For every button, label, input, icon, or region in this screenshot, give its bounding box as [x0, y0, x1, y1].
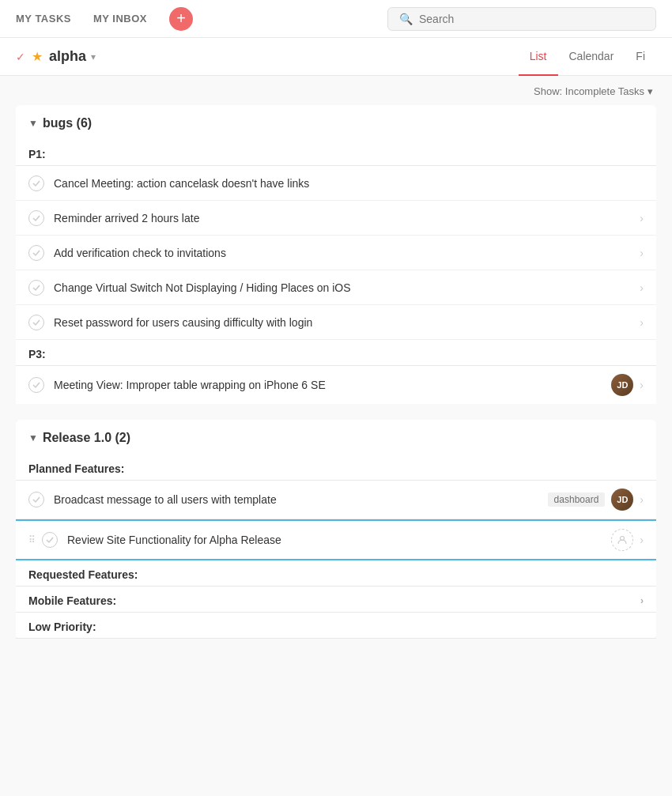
drag-handle-icon[interactable]: ⠿ — [28, 534, 36, 545]
task-row: Add verification check to invitations › — [16, 236, 656, 270]
task-row: Meeting View: Improper table wrapping on… — [16, 366, 656, 404]
filter-button[interactable]: Show: Incomplete Tasks ▾ — [534, 85, 653, 97]
project-tabs: List Calendar Fi — [519, 38, 656, 76]
project-caret-icon[interactable]: ▾ — [91, 51, 96, 62]
task-complete-button[interactable] — [28, 492, 44, 507]
tab-fi[interactable]: Fi — [625, 38, 656, 76]
task-meta: dashboard JD — [548, 489, 634, 511]
mobile-arrow-icon: › — [640, 595, 644, 606]
task-row: Reset password for users causing difficu… — [16, 305, 656, 340]
p1-subsection-header[interactable]: P1: — [16, 140, 656, 166]
task-meta: JD — [611, 374, 633, 396]
task-row: Broadcast message to all users with temp… — [16, 481, 656, 519]
main-content: Show: Incomplete Tasks ▾ ▼ bugs (6) P1: … — [0, 76, 672, 796]
task-row-highlighted: ⠿ Review Site Functionality for Alpha Re… — [16, 519, 656, 560]
my-tasks-link[interactable]: MY TASKS — [16, 13, 71, 25]
release-section-header[interactable]: ▼ Release 1.0 (2) — [16, 420, 656, 455]
search-box: 🔍 — [387, 7, 656, 31]
task-arrow-icon: › — [640, 379, 644, 391]
add-button[interactable]: + — [169, 7, 193, 31]
task-arrow-icon: › — [640, 534, 644, 546]
planned-subsection-header[interactable]: Planned Features: — [16, 455, 656, 481]
release-section-title: Release 1.0 (2) — [43, 431, 130, 445]
tab-list[interactable]: List — [519, 38, 558, 76]
bugs-section-title: bugs (6) — [43, 116, 92, 130]
task-row: Cancel Meeting: action cancelask doesn't… — [16, 166, 656, 201]
task-text: Reminder arrived 2 hours late — [54, 212, 633, 224]
requested-label: Requested Features: — [28, 568, 644, 581]
task-meta — [611, 529, 633, 551]
task-complete-button[interactable] — [28, 245, 44, 261]
project-header: ✓ ★ alpha ▾ List Calendar Fi — [0, 38, 672, 76]
task-arrow-icon: › — [640, 247, 644, 259]
tab-calendar[interactable]: Calendar — [558, 38, 625, 76]
task-text: Meeting View: Improper table wrapping on… — [54, 379, 605, 391]
avatar: JD — [611, 374, 633, 396]
project-name: alpha — [49, 48, 86, 65]
search-input[interactable] — [419, 13, 644, 25]
bugs-section-header[interactable]: ▼ bugs (6) — [16, 105, 656, 140]
filter-caret-icon: ▾ — [647, 85, 653, 97]
bugs-collapse-icon: ▼ — [28, 118, 38, 129]
avatar: JD — [611, 489, 633, 511]
p3-label: P3: — [28, 348, 644, 360]
task-complete-button[interactable] — [28, 377, 44, 393]
p3-subsection-header[interactable]: P3: — [16, 340, 656, 366]
my-inbox-link[interactable]: MY INBOX — [93, 13, 147, 25]
bugs-section: ▼ bugs (6) P1: Cancel Meeting: action ca… — [16, 105, 656, 404]
mobile-label: Mobile Features: — [28, 594, 640, 607]
task-text: Add verification check to invitations — [54, 247, 633, 259]
task-complete-button[interactable] — [28, 315, 44, 330]
planned-label: Planned Features: — [28, 462, 644, 475]
task-arrow-icon: › — [640, 212, 644, 224]
top-nav: MY TASKS MY INBOX + 🔍 — [0, 0, 672, 38]
task-text: Cancel Meeting: action cancelask doesn't… — [54, 177, 644, 190]
task-row: Reminder arrived 2 hours late › — [16, 201, 656, 236]
search-icon: 🔍 — [399, 13, 413, 25]
task-text: Review Site Functionality for Alpha Rele… — [67, 534, 605, 546]
lowpriority-subsection-header[interactable]: Low Priority: — [16, 613, 656, 639]
p1-label: P1: — [28, 148, 644, 160]
requested-subsection-header[interactable]: Requested Features: — [16, 560, 656, 587]
mobile-subsection-header[interactable]: Mobile Features: › — [16, 587, 656, 613]
release-section: ▼ Release 1.0 (2) Planned Features: Broa… — [16, 420, 656, 639]
task-complete-button[interactable] — [28, 210, 44, 226]
task-text: Change Virtual Switch Not Displaying / H… — [54, 281, 633, 294]
task-text: Broadcast message to all users with temp… — [54, 493, 542, 506]
task-row: Change Virtual Switch Not Displaying / H… — [16, 270, 656, 305]
task-complete-button[interactable] — [28, 175, 44, 191]
task-arrow-icon: › — [640, 281, 644, 294]
star-icon: ★ — [32, 49, 43, 64]
lowpriority-label: Low Priority: — [28, 621, 644, 633]
filter-bar: Show: Incomplete Tasks ▾ — [0, 76, 672, 105]
task-text: Reset password for users causing difficu… — [54, 316, 633, 329]
task-arrow-icon: › — [640, 316, 644, 329]
check-icon: ✓ — [16, 51, 25, 63]
task-complete-button[interactable] — [28, 280, 44, 296]
release-collapse-icon: ▼ — [28, 432, 38, 443]
task-arrow-icon: › — [640, 493, 644, 506]
avatar-placeholder — [611, 529, 633, 551]
filter-label: Show: Incomplete Tasks — [534, 85, 644, 97]
task-complete-button[interactable] — [42, 532, 58, 548]
task-tag: dashboard — [548, 492, 606, 507]
